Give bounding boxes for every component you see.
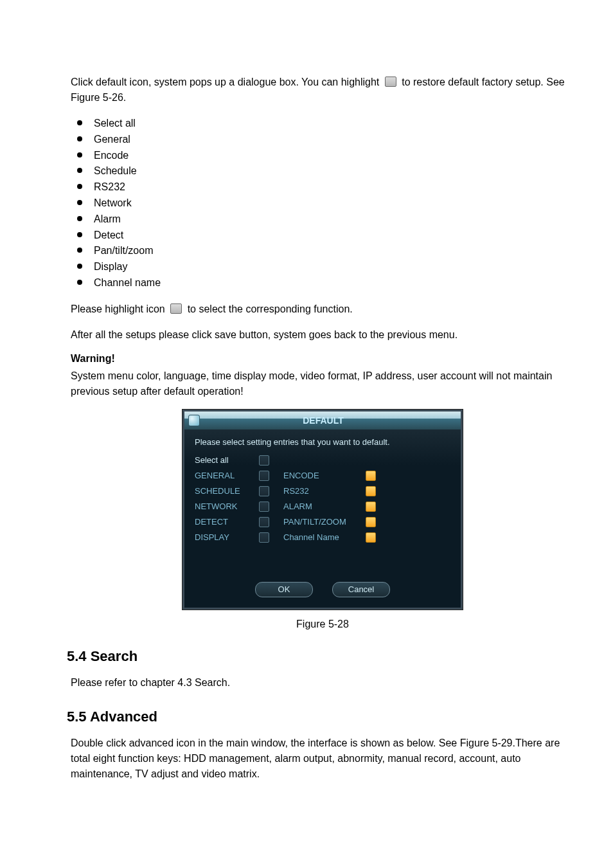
list-item: Schedule [71,163,574,179]
section-heading-advanced: 5.5 Advanced [67,709,574,725]
checkbox-pantiltzoom[interactable] [366,517,376,527]
section-heading-search: 5.4 Search [67,648,574,665]
highlight-box-icon [385,77,396,87]
option-label-general[interactable]: GENERAL [195,470,247,482]
dialog-options-grid: Select all GENERAL SCHEDULE NETWORK DETE… [195,455,450,543]
checkbox-general[interactable] [259,471,269,481]
checkbox-network[interactable] [259,502,269,512]
list-item-label: Detect [94,230,123,240]
checkbox-alarm[interactable] [366,502,376,512]
default-dialog-figure: DEFAULT Please select setting entries th… [71,410,574,610]
option-label-encode[interactable]: ENCODE [283,470,354,482]
left-label-column: Select all GENERAL SCHEDULE NETWORK DETE… [195,455,247,543]
dialog-instruction: Please select setting entries that you w… [195,437,450,447]
option-label-schedule[interactable]: SCHEDULE [195,485,247,497]
checkbox-schedule[interactable] [259,486,269,496]
list-item-label: Alarm [94,213,121,224]
dialog-titlebar: DEFAULT [184,411,461,429]
highlight-text-before: Please highlight icon [71,303,168,314]
dialog-title: DEFAULT [190,415,457,426]
cancel-button[interactable]: Cancel [332,582,390,597]
option-label-channelname[interactable]: Channel Name [283,532,354,543]
default-options-list: Select all General Encode Schedule RS232… [71,116,574,291]
list-item: Alarm [71,212,574,228]
checkbox-display[interactable] [259,532,269,543]
advanced-body: Double click advanced icon in the main w… [71,736,574,782]
list-item: Display [71,259,574,275]
figure-caption: Figure 5-28 [71,619,574,630]
list-item: Encode [71,148,574,164]
intro-text-before: Click default icon, system pops up a dia… [71,77,382,87]
search-body: Please refer to chapter 4.3 Search. [71,675,574,691]
list-item: Select all [71,116,574,132]
highlight-box-icon [170,303,182,314]
list-item: RS232 [71,179,574,195]
left-check-column [259,455,272,543]
option-label-select-all[interactable]: Select all [195,455,247,466]
list-item-label: Display [94,261,127,272]
checkbox-channelname[interactable] [366,532,376,543]
list-item: General [71,132,574,148]
ok-button[interactable]: OK [255,582,313,597]
list-item-label: Network [94,197,132,208]
intro-paragraph: Click default icon, system pops up a dia… [71,75,574,105]
list-item-label: General [94,134,130,145]
list-item: Channel name [71,275,574,291]
checkbox-detect[interactable] [259,517,269,527]
spacer-row [283,455,354,466]
option-label-detect[interactable]: DETECT [195,516,247,528]
list-item: Network [71,195,574,212]
warning-body: System menu color, language, time displa… [71,368,574,399]
option-label-alarm[interactable]: ALARM [283,501,354,512]
option-label-display[interactable]: DISPLAY [195,532,247,543]
list-item-label: Select all [94,118,136,129]
list-item-label: Pan/tilt/zoom [94,245,153,256]
checkbox-select-all[interactable] [259,455,269,466]
list-item-label: Channel name [94,277,161,288]
option-label-rs232[interactable]: RS232 [283,485,354,497]
spacer-row [366,455,378,466]
highlight-text-after: to select the corresponding function. [188,303,353,314]
right-label-column: ENCODE RS232 ALARM PAN/TILT/ZOOM Channel… [283,455,354,543]
save-note: After all the setups please click save b… [71,327,574,343]
option-label-pantiltzoom[interactable]: PAN/TILT/ZOOM [283,516,354,528]
checkbox-rs232[interactable] [366,486,376,496]
checkbox-encode[interactable] [366,471,376,481]
dialog-button-row: OK Cancel [195,582,450,597]
dialog-body: Please select setting entries that you w… [184,429,461,608]
list-item-label: Encode [94,150,129,161]
highlight-paragraph: Please highlight icon to select the corr… [71,302,574,317]
right-check-column [366,455,378,543]
list-item: Detect [71,228,574,244]
list-item: Pan/tilt/zoom [71,243,574,259]
option-label-network[interactable]: NETWORK [195,501,247,512]
default-dialog: DEFAULT Please select setting entries th… [182,410,463,610]
warning-heading: Warning! [71,353,574,365]
list-item-label: RS232 [94,181,125,192]
list-item-label: Schedule [94,165,137,176]
